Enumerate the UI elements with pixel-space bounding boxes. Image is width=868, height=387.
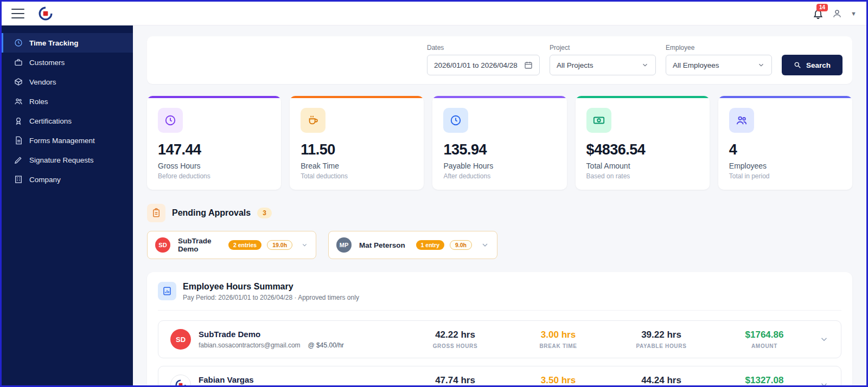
chevron-down-icon[interactable] bbox=[481, 241, 489, 249]
stat-value: 11.50 bbox=[301, 141, 413, 158]
filter-bar: Dates 2026/01/01 to 2026/04/28 Project A… bbox=[147, 36, 852, 84]
sidebar: Time Tracking Customers Vendors Roles Ce… bbox=[2, 25, 133, 385]
sidebar-item-certifications[interactable]: Certifications bbox=[2, 111, 133, 131]
search-button[interactable]: Search bbox=[782, 55, 843, 75]
pending-count-badge: 3 bbox=[257, 208, 272, 218]
stat-card-break-time: 11.50 Break Time Total deductions bbox=[290, 96, 424, 190]
clipboard-icon bbox=[151, 208, 161, 218]
sidebar-item-signature-requests[interactable]: Signature Requests bbox=[2, 150, 133, 170]
people-icon bbox=[14, 97, 23, 106]
employee-select[interactable]: All Employees bbox=[666, 55, 772, 75]
chevron-down-icon[interactable] bbox=[819, 380, 829, 385]
document-icon bbox=[14, 136, 23, 145]
project-field: Project All Projects bbox=[550, 44, 656, 75]
report-icon bbox=[162, 286, 172, 296]
notification-badge: 14 bbox=[816, 4, 828, 11]
chevron-down-icon[interactable] bbox=[819, 334, 829, 344]
stat-cards: 147.44 Gross Hours Before deductions 11.… bbox=[147, 96, 852, 190]
stat-accent-bar bbox=[432, 96, 566, 98]
stat-iconbox bbox=[729, 108, 754, 133]
break-time-cell: 3.50 hrs BREAK TIME bbox=[507, 375, 610, 385]
project-select[interactable]: All Projects bbox=[550, 55, 656, 75]
break-time-value: 3.50 hrs bbox=[507, 375, 610, 385]
amount-label: AMOUNT bbox=[713, 343, 816, 349]
certificate-icon bbox=[14, 117, 23, 125]
stat-value: 4 bbox=[729, 141, 841, 158]
stat-value: 147.44 bbox=[158, 141, 270, 158]
employee-rate: @ $45.00/hr bbox=[308, 341, 344, 349]
stat-iconbox bbox=[158, 108, 183, 133]
stat-iconbox bbox=[443, 108, 468, 133]
stat-label: Employees bbox=[729, 162, 841, 170]
approval-name: Mat Peterson bbox=[359, 241, 405, 249]
sidebar-item-forms-management[interactable]: Forms Management bbox=[2, 131, 133, 150]
gross-hours-value: 42.22 hrs bbox=[404, 330, 507, 340]
employee-name: Fabian Vargas bbox=[199, 375, 404, 384]
stat-label: Break Time bbox=[301, 162, 413, 170]
amount-cell: $1327.08 AMOUNT bbox=[713, 375, 816, 385]
sidebar-item-time-tracking[interactable]: Time Tracking bbox=[2, 33, 133, 53]
payable-hours-cell: 44.24 hrs PAYABLE HOURS bbox=[610, 375, 713, 385]
summary-subtitle: Pay Period: 2026/01/01 to 2026/04/28 · A… bbox=[183, 294, 359, 301]
avatar-logo bbox=[170, 375, 191, 385]
stat-iconbox bbox=[586, 108, 611, 133]
stat-sublabel: After deductions bbox=[443, 172, 556, 180]
stat-accent-bar bbox=[290, 96, 424, 98]
topbar: 14 ▼ bbox=[2, 2, 866, 25]
menu-button[interactable] bbox=[11, 9, 24, 18]
stat-value: $4836.54 bbox=[586, 141, 699, 158]
date-range-input[interactable]: 2026/01/01 to 2026/04/28 bbox=[427, 55, 540, 75]
dates-label: Dates bbox=[427, 44, 540, 51]
briefcase-icon bbox=[14, 58, 23, 67]
payable-hours-label: PAYABLE HOURS bbox=[610, 343, 713, 349]
gross-hours-cell: 47.74 hrs GROSS HOURS bbox=[404, 375, 507, 385]
calendar-icon[interactable] bbox=[524, 61, 533, 69]
approval-card-subtrade-demo[interactable]: SD SubTrade Demo 2 entries 19.0h bbox=[147, 231, 316, 259]
report-iconbox bbox=[158, 282, 176, 300]
employee-email: fabian.sosacontractors@gmail.com bbox=[199, 341, 301, 349]
person-icon bbox=[832, 9, 842, 18]
sidebar-item-label: Company bbox=[29, 176, 61, 184]
user-menu-button[interactable] bbox=[832, 9, 842, 18]
logo-icon bbox=[175, 379, 186, 385]
employee-row-fabian-vargas[interactable]: Fabian Vargas fabianvargas9511@gmail.com… bbox=[158, 366, 841, 385]
sidebar-item-label: Time Tracking bbox=[29, 39, 79, 47]
sidebar-item-label: Customers bbox=[29, 59, 65, 67]
employee-row-subtrade-demo[interactable]: SD SubTrade Demo fabian.sosacontractors@… bbox=[158, 320, 841, 358]
sidebar-item-customers[interactable]: Customers bbox=[2, 53, 133, 72]
employee-value: All Employees bbox=[673, 61, 719, 69]
stat-sublabel: Total deductions bbox=[301, 172, 413, 180]
sidebar-item-label: Signature Requests bbox=[29, 156, 94, 164]
sidebar-item-vendors[interactable]: Vendors bbox=[2, 72, 133, 92]
logo-icon bbox=[39, 7, 53, 21]
clock-icon bbox=[14, 38, 23, 47]
amount-cell: $1764.86 AMOUNT bbox=[713, 330, 816, 349]
employee-hours-summary: Employee Hours Summary Pay Period: 2026/… bbox=[147, 272, 852, 385]
pending-approvals-section: Pending Approvals 3 SD SubTrade Demo 2 e… bbox=[147, 204, 852, 259]
app-logo[interactable] bbox=[39, 7, 53, 21]
gross-hours-label: GROSS HOURS bbox=[404, 343, 507, 349]
sidebar-item-company[interactable]: Company bbox=[2, 170, 133, 189]
payable-hours-value: 39.22 hrs bbox=[610, 330, 713, 340]
money-icon bbox=[593, 114, 605, 126]
date-range-value: 2026/01/01 to 2026/04/28 bbox=[434, 61, 518, 69]
chevron-down-icon[interactable] bbox=[301, 241, 308, 249]
sidebar-item-label: Roles bbox=[29, 98, 48, 106]
notifications-button[interactable]: 14 bbox=[813, 8, 824, 19]
stat-accent-bar bbox=[147, 96, 281, 98]
chevron-down-icon bbox=[641, 61, 649, 69]
clipboard-iconbox bbox=[147, 204, 165, 222]
stat-iconbox bbox=[301, 108, 326, 133]
search-button-label: Search bbox=[806, 61, 831, 69]
clock-icon bbox=[164, 114, 176, 126]
entries-badge: 1 entry bbox=[416, 240, 444, 250]
approval-card-mat-peterson[interactable]: MP Mat Peterson 1 entry 9.0h bbox=[328, 231, 497, 259]
stat-card-payable-hours: 135.94 Payable Hours After deductions bbox=[432, 96, 566, 190]
building-icon bbox=[14, 175, 23, 184]
sidebar-item-roles[interactable]: Roles bbox=[2, 92, 133, 111]
user-menu-caret[interactable]: ▼ bbox=[851, 10, 857, 17]
stat-label: Total Amount bbox=[586, 162, 699, 170]
project-value: All Projects bbox=[557, 61, 593, 69]
employee-field: Employee All Employees bbox=[666, 44, 772, 75]
coffee-icon bbox=[307, 114, 319, 126]
